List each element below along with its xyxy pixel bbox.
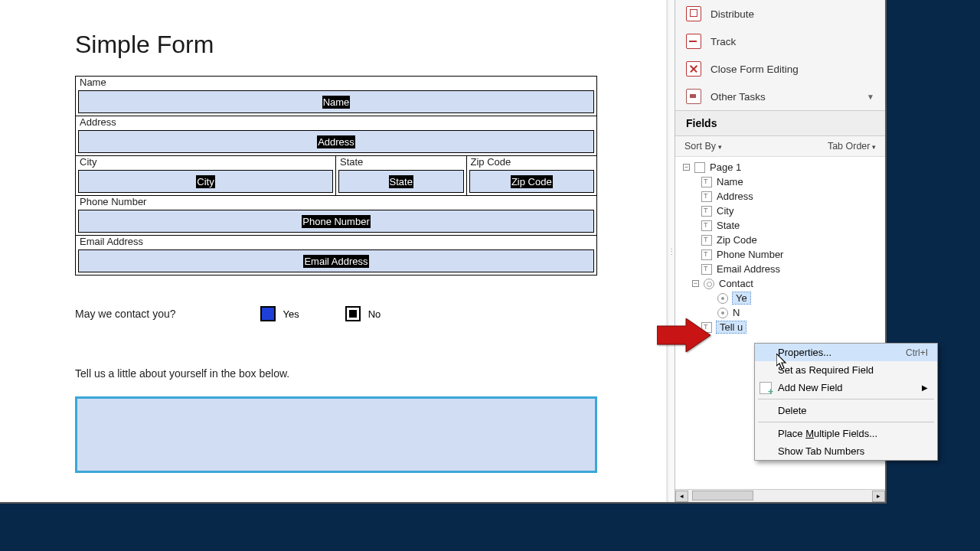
text-field-icon [701, 235, 712, 246]
tool-track[interactable]: Track [675, 28, 885, 55]
scroll-track[interactable] [688, 491, 872, 502]
scroll-left-button[interactable]: ◂ [675, 491, 688, 502]
add-field-icon [760, 382, 772, 394]
radio-group-icon [704, 279, 714, 289]
radio-yes-label: Yes [283, 308, 299, 320]
name-field[interactable]: Name [78, 90, 594, 113]
document-area: Simple Form Name Name Address Address [0, 0, 668, 502]
close-form-icon [686, 61, 701, 77]
ctx-place-multiple[interactable]: Place Multiple Fields... [755, 425, 937, 442]
address-label: Address [76, 116, 596, 128]
textarea-instruction: Tell us a little about yourself in the b… [75, 367, 597, 380]
email-field[interactable]: Email Address [78, 249, 594, 272]
tool-close-form-editing[interactable]: Close Form Editing [675, 55, 885, 83]
sort-bar: Sort By Tab Order [675, 136, 885, 157]
ctx-show-tab-numbers[interactable]: Show Tab Numbers [755, 442, 937, 460]
chevron-down-icon: ▼ [867, 93, 874, 101]
form-page: Simple Form Name Name Address Address [0, 0, 666, 502]
phone-label: Phone Number [76, 196, 596, 207]
collapse-icon[interactable]: − [692, 280, 699, 287]
other-tasks-icon [686, 89, 701, 104]
email-cell: Email Address Email Address [76, 236, 596, 275]
tree-field-name[interactable]: Name [675, 174, 885, 189]
submenu-arrow-icon: ▶ [922, 383, 928, 392]
form-title: Simple Form [75, 31, 597, 59]
ctx-delete[interactable]: Delete [755, 402, 937, 419]
tree-contact-group[interactable]: − Contact [675, 276, 885, 291]
ctx-properties-shortcut: Ctrl+I [906, 347, 928, 358]
radio-yes[interactable]: Yes [260, 306, 299, 321]
text-field-icon [701, 220, 712, 231]
sort-by-dropdown[interactable]: Sort By [684, 141, 722, 152]
panel-resize-grip[interactable]: ⋮ [668, 0, 675, 502]
address-cell: Address Address [76, 116, 596, 155]
city-label: City [76, 156, 335, 168]
state-cell: State State [336, 156, 467, 195]
name-label: Name [76, 77, 596, 88]
fields-section-header: Fields [675, 110, 885, 136]
zip-cell: Zip Code Zip Code [467, 156, 597, 195]
email-label: Email Address [76, 236, 596, 247]
text-field-icon [701, 264, 712, 275]
text-field-icon [701, 249, 712, 260]
tree-field-zip[interactable]: Zip Code [675, 233, 885, 247]
radio-no-label: No [368, 308, 381, 320]
svg-marker-0 [657, 318, 710, 352]
state-field[interactable]: State [338, 170, 464, 193]
track-icon [686, 34, 701, 49]
city-field[interactable]: City [78, 170, 333, 193]
zip-field[interactable]: Zip Code [469, 170, 595, 193]
contact-question: May we contact you? [75, 308, 176, 320]
horizontal-scrollbar[interactable]: ◂ ▸ [675, 489, 885, 502]
distribute-icon [686, 6, 701, 21]
callout-arrow-icon [657, 318, 710, 352]
tool-distribute[interactable]: Distribute [675, 0, 885, 28]
page-icon [694, 162, 705, 173]
radio-no[interactable]: No [345, 306, 381, 321]
form-fields: Name Name Address Address City City [75, 76, 597, 276]
state-label: State [336, 156, 466, 168]
mouse-cursor-icon [776, 354, 790, 373]
tree-page-node[interactable]: − Page 1 [675, 160, 885, 174]
contact-question-row: May we contact you? Yes No [75, 306, 597, 321]
scroll-thumb[interactable] [692, 491, 753, 500]
city-cell: City City [76, 156, 336, 195]
radio-no-control[interactable] [345, 306, 361, 321]
address-field[interactable]: Address [78, 130, 594, 153]
tree-field-phone[interactable]: Phone Number [675, 247, 885, 262]
tree-radio-yes[interactable]: Ye [675, 291, 885, 305]
svg-marker-1 [776, 354, 786, 369]
tree-field-city[interactable]: City [675, 204, 885, 218]
radio-yes-control[interactable] [260, 306, 276, 321]
tree-field-address[interactable]: Address [675, 189, 885, 204]
radio-icon [717, 293, 728, 304]
tree-field-email[interactable]: Email Address [675, 262, 885, 276]
phone-cell: Phone Number Phone Number [76, 196, 596, 235]
phone-field[interactable]: Phone Number [78, 210, 594, 233]
name-cell: Name Name [76, 77, 596, 116]
tree-field-state[interactable]: State [675, 218, 885, 233]
collapse-icon[interactable]: − [683, 164, 690, 171]
text-field-icon [701, 191, 712, 202]
radio-icon [717, 308, 728, 318]
tab-order-dropdown[interactable]: Tab Order [828, 141, 876, 152]
ctx-add-new-field[interactable]: Add New Field ▶ [755, 379, 937, 396]
tool-other-tasks[interactable]: Other Tasks ▼ [675, 83, 885, 110]
scroll-right-button[interactable]: ▸ [872, 491, 885, 502]
zip-label: Zip Code [467, 156, 597, 168]
text-field-icon [701, 177, 712, 187]
text-field-icon [701, 206, 712, 217]
about-textarea[interactable] [75, 396, 597, 473]
